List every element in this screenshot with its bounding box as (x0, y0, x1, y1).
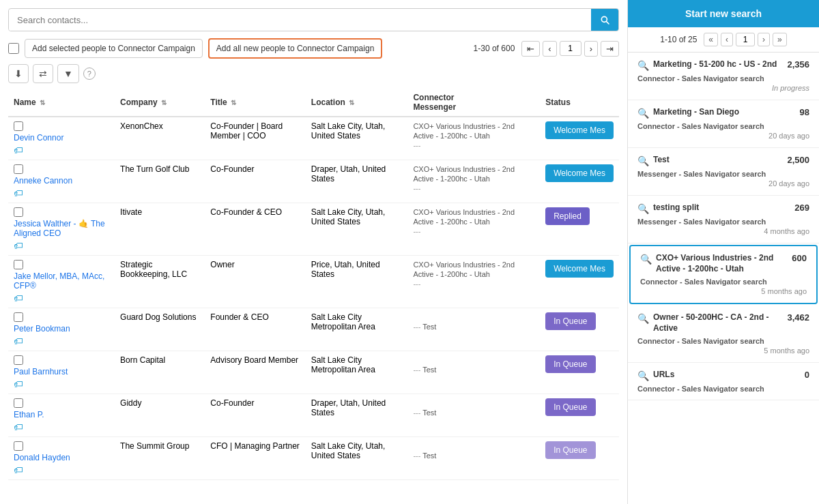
search-item-title: CXO+ Various Industries - 2nd Active - 1… (656, 253, 788, 274)
cell-company: The Summit Group (115, 437, 205, 480)
right-page-input[interactable] (736, 33, 755, 46)
company-name: Guard Dog Solutions (120, 312, 196, 322)
right-first-btn[interactable]: « (704, 33, 718, 46)
search-item-header: 🔍 URLs 0 (637, 370, 809, 381)
right-next-btn[interactable]: › (758, 33, 770, 46)
table-row: Peter Bookman 🏷 Guard Dog Solutions Foun… (8, 308, 619, 351)
search-item-meta: Messenger - Sales Navigator search (637, 168, 809, 178)
prev-page-button[interactable]: ‹ (543, 41, 556, 57)
table-row: Ethan P. 🏷 Giddy Co-Founder Draper, Utah… (8, 394, 619, 437)
page-input[interactable] (560, 41, 581, 56)
title-text: CFO | Managing Partner (210, 441, 300, 451)
search-icon: 🔍 (640, 254, 652, 265)
cell-connector: CXO+ Various Industries - 2nd Active - 1… (407, 117, 540, 160)
col-title[interactable]: Title ⇅ (205, 89, 306, 117)
search-item-count: 600 (792, 253, 807, 263)
contact-name-link[interactable]: Jessica Walther - 🤙 The Aligned CEO (14, 219, 109, 238)
row-checkbox[interactable] (14, 398, 23, 408)
row-checkbox[interactable] (14, 312, 23, 322)
cell-location: Draper, Utah, United States (306, 160, 408, 203)
connector-text: --- Test (413, 451, 436, 460)
welcome-button[interactable]: Welcome Mes (545, 164, 614, 182)
row-checkbox[interactable] (14, 164, 23, 174)
right-prev-btn[interactable]: ‹ (721, 33, 733, 46)
connector-text: CXO+ Various Industries - 2nd Active - 1… (413, 261, 515, 288)
search-list-item[interactable]: 🔍 URLs 0 Connector - Sales Navigator sea… (628, 363, 819, 400)
next-page-button[interactable]: › (584, 41, 598, 57)
search-time-row: 5 months ago (637, 345, 809, 355)
row-checkbox[interactable] (14, 355, 23, 365)
cell-name: Peter Bookman 🏷 (8, 308, 115, 351)
cell-connector: CXO+ Various Industries - 2nd Active - 1… (407, 256, 540, 308)
search-list-item[interactable]: 🔍 Marketing - 51-200 hc - US - 2nd 2,356… (628, 53, 819, 100)
partial-button[interactable]: In Queue (545, 441, 595, 459)
search-item-count: 98 (800, 107, 809, 117)
cell-name: Devin Connor 🏷 (8, 117, 115, 160)
cell-location: Salt Lake City Metropolitan Area (306, 351, 408, 394)
search-list-item[interactable]: 🔍 Test 2,500 Messenger - Sales Navigator… (628, 148, 819, 196)
right-panel-header[interactable]: Start new search (628, 0, 819, 27)
inqueue-button[interactable]: In Queue (545, 312, 595, 330)
search-time: 4 months ago (764, 227, 809, 235)
tag-icon: 🏷 (14, 145, 109, 155)
contact-name-link[interactable]: Paul Barnhurst (14, 367, 109, 376)
col-location[interactable]: Location ⇅ (306, 89, 408, 117)
search-input[interactable] (9, 10, 591, 31)
cell-status: In Queue (540, 437, 619, 480)
search-list-item[interactable]: 🔍 Owner - 50-200HC - CA - 2nd - Active 3… (628, 306, 819, 363)
search-list-item[interactable]: 🔍 CXO+ Various Industries - 2nd Active -… (629, 245, 818, 304)
action-bar: Add selected people to Connector Campaig… (8, 38, 619, 59)
row-checkbox[interactable] (14, 441, 23, 451)
welcome-button[interactable]: Welcome Mes (545, 260, 614, 278)
contact-name-link[interactable]: Devin Connor (14, 133, 109, 143)
add-selected-button[interactable]: Add selected people to Connector Campaig… (25, 39, 203, 58)
row-checkbox[interactable] (14, 207, 23, 217)
help-icon[interactable]: ? (83, 68, 96, 80)
col-connector: ConnectorMessenger (407, 89, 540, 117)
search-item-sub: Messenger - Sales Navigator search (637, 218, 766, 226)
last-page-button[interactable]: ⇥ (601, 41, 619, 57)
replied-button[interactable]: Replied (545, 207, 590, 225)
search-item-header: 🔍 Marketing - San Diego 98 (637, 107, 809, 119)
contact-name-link[interactable]: Jake Mellor, MBA, MAcc, CFP® (14, 271, 109, 291)
search-list-item[interactable]: 🔍 testing split 269 Messenger - Sales Na… (628, 196, 819, 243)
search-item-meta: Connector - Sales Navigator search (637, 335, 809, 345)
search-icon (599, 14, 610, 25)
first-page-button[interactable]: ⇤ (521, 41, 540, 57)
col-name[interactable]: Name ⇅ (8, 89, 115, 117)
row-checkbox[interactable] (14, 121, 23, 131)
pagination-top: 1-30 of 600 ⇤ ‹ › ⇥ (474, 41, 619, 57)
add-all-button[interactable]: Add all new people to Connector Campaign (208, 38, 382, 59)
col-company[interactable]: Company ⇅ (115, 89, 205, 117)
welcome-button[interactable]: Welcome Mes (545, 121, 614, 139)
search-item-title: Owner - 50-200HC - CA - 2nd - Active (653, 312, 783, 333)
cell-connector: CXO+ Various Industries - 2nd Active - 1… (407, 160, 540, 203)
company-name: XenonChex (120, 121, 163, 131)
cell-name: Jake Mellor, MBA, MAcc, CFP® 🏷 (8, 256, 115, 308)
cell-name: Ethan P. 🏷 (8, 394, 115, 437)
cell-company: Strategic Bookkeeping, LLC (115, 256, 205, 308)
search-button[interactable] (591, 9, 618, 31)
inqueue-button[interactable]: In Queue (545, 398, 595, 416)
contact-name-link[interactable]: Donald Hayden (14, 453, 109, 462)
right-panel: Start new search 1-10 of 25 « ‹ › » 🔍 Ma… (628, 0, 819, 504)
shuffle-button[interactable]: ⇄ (33, 64, 53, 83)
contact-name-link[interactable]: Ethan P. (14, 410, 109, 419)
search-icon: 🔍 (637, 203, 649, 214)
cell-connector: --- Test (407, 351, 540, 394)
search-icon: 🔍 (637, 60, 649, 71)
row-checkbox[interactable] (14, 260, 23, 269)
cell-connector: --- Test (407, 437, 540, 480)
right-last-btn[interactable]: » (773, 33, 787, 46)
contact-name-link[interactable]: Anneke Cannon (14, 176, 109, 186)
contact-name-link[interactable]: Peter Bookman (14, 324, 109, 333)
export-button[interactable]: ⬇ (8, 64, 29, 83)
filter-button[interactable]: ▼ (57, 64, 79, 83)
inqueue-button[interactable]: In Queue (545, 355, 595, 373)
cell-connector: CXO+ Various Industries - 2nd Active - 1… (407, 203, 540, 256)
title-text: Advisory Board Member (210, 355, 298, 365)
search-list-item[interactable]: 🔍 Marketing - San Diego 98 Connector - S… (628, 100, 819, 148)
cell-status: Welcome Mes (540, 117, 619, 160)
select-all-checkbox[interactable] (8, 43, 19, 54)
right-pg-count: 1-10 of 25 (660, 35, 697, 44)
